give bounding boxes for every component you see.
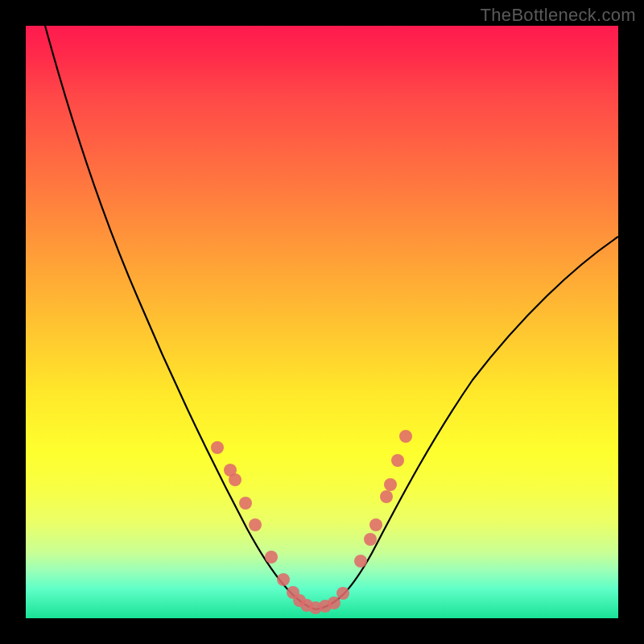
svg-point-0 — [211, 441, 224, 454]
svg-point-12 — [328, 597, 341, 609]
svg-point-16 — [369, 518, 382, 531]
svg-point-13 — [336, 587, 349, 600]
svg-point-14 — [354, 555, 367, 568]
bottleneck-curve-right — [316, 237, 618, 609]
plot-svg — [26, 26, 618, 618]
svg-point-4 — [249, 518, 262, 531]
chart-container: TheBottleneck.com — [0, 0, 644, 644]
svg-point-19 — [391, 454, 404, 467]
svg-point-17 — [380, 490, 393, 503]
svg-point-18 — [384, 478, 397, 491]
watermark-text: TheBottleneck.com — [481, 5, 636, 26]
svg-point-2 — [229, 473, 242, 486]
svg-point-6 — [277, 573, 290, 586]
svg-point-3 — [239, 497, 252, 510]
svg-point-5 — [265, 551, 278, 564]
svg-point-15 — [364, 533, 377, 546]
bottleneck-curve-left — [45, 26, 316, 609]
svg-point-20 — [399, 430, 412, 443]
data-markers — [211, 430, 412, 614]
